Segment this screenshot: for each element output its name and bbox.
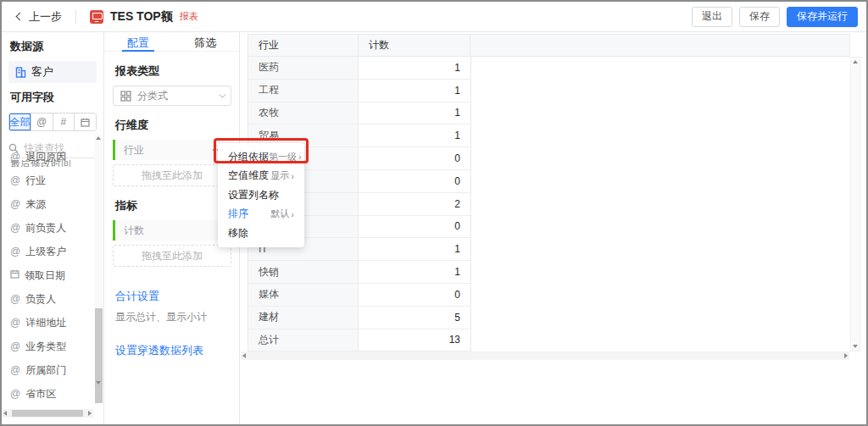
table-horizontal-scrollbar[interactable] — [241, 351, 849, 360]
scrollbar-thumb[interactable] — [95, 308, 103, 403]
field-item[interactable]: @所属部门 — [2, 358, 93, 382]
scroll-left-icon[interactable] — [3, 411, 7, 416]
divider — [75, 10, 76, 24]
field-item[interactable]: @业务类型 — [2, 335, 93, 358]
chevron-right-icon: › — [298, 152, 302, 162]
menu-item-sort[interactable]: 排序 默认 › — [218, 205, 304, 224]
table-row: 建材5 — [248, 307, 470, 329]
field-list: @退回原因 @行业 @来源 @前负责人 @上级客户 领取日期 @负责人 @详细地… — [2, 145, 93, 406]
report-title: TES TOP额 — [110, 9, 173, 25]
metric-dropzone[interactable]: 拖拽至此添加 — [113, 245, 231, 267]
table-row: 媒体0 — [248, 284, 470, 307]
calendar-icon — [10, 269, 19, 281]
row-dimension-label: 行维度 — [115, 118, 239, 133]
scroll-up-icon[interactable] — [853, 60, 858, 64]
filter-tab-date[interactable] — [75, 113, 96, 130]
datasource-title: 数据源 — [2, 32, 103, 54]
calendar-icon — [81, 118, 90, 127]
scroll-down-icon[interactable] — [853, 345, 858, 348]
scroll-left-icon[interactable] — [242, 353, 246, 358]
field-item[interactable]: @详细地址 — [2, 311, 93, 335]
table-row-total: 总计13 — [248, 329, 470, 352]
at-icon: @ — [10, 340, 20, 352]
field-item[interactable]: @退回原因 — [2, 145, 93, 169]
column-header-empty — [470, 35, 849, 56]
chevron-left-icon — [16, 13, 25, 21]
field-item[interactable]: @上级客户 — [2, 240, 93, 263]
filter-tab-all[interactable]: 全部 — [9, 113, 31, 130]
grid-icon — [120, 91, 131, 102]
scroll-up-icon[interactable] — [96, 136, 101, 140]
at-icon: @ — [10, 388, 20, 400]
building-icon — [15, 67, 26, 78]
scroll-right-icon[interactable] — [88, 411, 92, 416]
field-item[interactable]: @前负责人 — [2, 216, 93, 240]
table-vertical-scrollbar[interactable] — [850, 57, 860, 351]
at-icon: @ — [10, 174, 20, 186]
at-icon: @ — [10, 317, 20, 329]
row-dimension-dropzone[interactable]: 拖拽至此添加 — [113, 164, 231, 186]
chevron-right-icon: › — [291, 171, 294, 181]
scrollbar-thumb[interactable] — [12, 410, 83, 417]
table-row: 快销1 — [248, 261, 470, 284]
column-header-count: 计数 — [359, 35, 470, 56]
filter-tab-number[interactable]: # — [53, 113, 75, 130]
report-type-value: 分类式 — [137, 89, 219, 103]
scroll-down-icon[interactable] — [96, 381, 101, 385]
filter-tab-text[interactable]: @ — [31, 113, 53, 130]
at-icon: @ — [10, 151, 20, 163]
at-icon: @ — [10, 198, 20, 210]
row-dimension-chip[interactable]: 行业 ··· — [113, 140, 231, 160]
save-and-run-button[interactable]: 保存并运行 — [787, 7, 858, 27]
back-label: 上一步 — [29, 9, 62, 25]
fields-title: 可用字段 — [2, 83, 103, 105]
at-icon: @ — [10, 246, 20, 257]
report-app-icon — [90, 10, 103, 24]
menu-item-set-column-name[interactable]: 设置列名称 — [218, 185, 304, 205]
report-type-select[interactable]: 分类式 — [113, 86, 231, 106]
exit-button[interactable]: 退出 — [692, 7, 732, 27]
back-button[interactable]: 上一步 — [17, 9, 62, 25]
sidebar-horizontal-scrollbar[interactable] — [2, 409, 93, 418]
config-tabs: 配置 筛选 — [104, 32, 239, 52]
field-item[interactable]: @来源 — [2, 192, 93, 216]
tab-filter[interactable]: 筛选 — [172, 32, 240, 51]
field-item[interactable]: @负责人 — [2, 287, 93, 311]
datasource-sidebar: 数据源 客户 可用字段 全部 @ # @最后修改时间 @退回原因 @行业 @来源… — [2, 32, 104, 424]
chevron-down-icon — [219, 91, 225, 97]
field-item[interactable]: 领取日期 — [2, 263, 93, 287]
sidebar-vertical-scrollbar[interactable] — [94, 134, 103, 387]
metric-chip[interactable]: 计数 — [113, 220, 231, 241]
save-button[interactable]: 保存 — [739, 7, 780, 27]
at-icon: @ — [10, 222, 20, 234]
report-builder-window: 上一步 TES TOP额 报表 退出 保存 保存并运行 数据源 客户 可用字段 … — [0, 0, 868, 426]
totals-settings-desc: 显示总计、显示小计 — [115, 310, 239, 324]
at-icon: @ — [10, 293, 20, 305]
drill-through-link[interactable]: 设置穿透数据列表 — [115, 343, 239, 358]
preview-pane: 行业 计数 医药1 工程1 农牧1 贸易1 0 0 2 0 IT1 快销1 媒体… — [240, 32, 866, 424]
topbar: 上一步 TES TOP额 报表 退出 保存 保存并运行 — [2, 2, 866, 32]
table-header: 行业 计数 — [248, 34, 850, 57]
table-row: 医药1 — [248, 57, 470, 80]
table-row: 工程1 — [248, 80, 470, 102]
chevron-right-icon: › — [291, 209, 294, 219]
scroll-right-icon[interactable] — [844, 353, 848, 358]
totals-settings-link[interactable]: 合计设置 — [115, 289, 239, 304]
datasource-item-label: 客户 — [31, 64, 53, 80]
menu-item-null-dimension[interactable]: 空值维度 显示 › — [218, 167, 304, 186]
at-icon: @ — [10, 364, 20, 376]
tab-config[interactable]: 配置 — [104, 32, 172, 51]
report-type-badge: 报表 — [180, 10, 198, 23]
report-type-label: 报表类型 — [115, 64, 239, 79]
datasource-item-customer[interactable]: 客户 — [8, 61, 97, 83]
column-header-industry: 行业 — [248, 35, 359, 56]
field-filter-tabs: 全部 @ # — [8, 113, 97, 131]
field-item[interactable]: @行业 — [2, 169, 93, 192]
menu-item-remove[interactable]: 移除 — [218, 224, 304, 243]
menu-item-group-by[interactable]: 分组依据 第一级 › — [218, 147, 304, 167]
dimension-context-menu: 分组依据 第一级 › 空值维度 显示 › 设置列名称 排序 默认 › 移除 — [218, 143, 304, 247]
field-item[interactable]: @省市区 — [2, 382, 93, 406]
table-row: 农牧1 — [248, 102, 470, 125]
